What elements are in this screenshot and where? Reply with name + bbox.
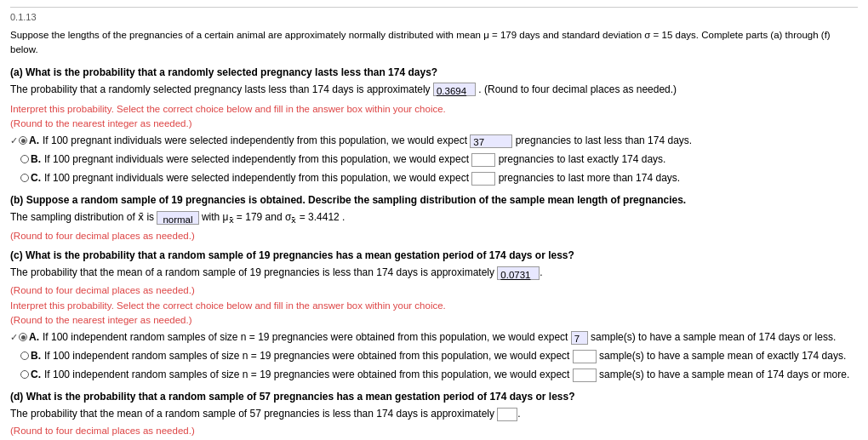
part-a-answer-box[interactable]: 0.3694 xyxy=(433,83,476,96)
top-ref: 0.1.13 xyxy=(10,12,37,22)
option-ca-label: A. xyxy=(29,329,39,345)
part-c-interpret-instruction: Interpret this probability. Select the c… xyxy=(10,298,858,313)
part-b: (b) Suppose a random sample of 19 pregna… xyxy=(10,194,858,241)
sigma-subscript: x̄ xyxy=(291,215,296,225)
mu-subscript: x̄ xyxy=(229,215,234,225)
top-bar: 0.1.13 xyxy=(10,7,858,23)
part-a-interpret-instruction: Interpret this probability. Select the c… xyxy=(10,101,858,117)
part-a-option-b[interactable]: B. If 100 pregnant individuals were sele… xyxy=(10,151,858,167)
part-c-optC-box[interactable] xyxy=(573,369,597,382)
part-c: (c) What is the probability that a rando… xyxy=(10,249,858,382)
part-d-answer-box[interactable] xyxy=(497,408,517,421)
option-cc-label: C. xyxy=(31,367,41,382)
part-c-option-a[interactable]: ✓ A. If 100 independent random samples o… xyxy=(10,329,858,345)
part-d-question: (d) What is the probability that a rando… xyxy=(10,391,858,403)
radio-b-icon[interactable] xyxy=(20,155,29,163)
option-c-text: If 100 pregnant individuals were selecte… xyxy=(44,170,680,186)
part-c-optB-box[interactable] xyxy=(573,350,597,363)
option-b-label: B. xyxy=(31,151,41,167)
part-c-option-c[interactable]: C. If 100 independent random samples of … xyxy=(10,367,858,382)
part-c-optA-box[interactable]: 7 xyxy=(571,331,588,345)
part-a-question: (a) What is the probability that a rando… xyxy=(10,66,858,78)
part-c-answer-line: The probability that the mean of a rando… xyxy=(10,265,858,281)
option-cc-text: If 100 independent random samples of siz… xyxy=(44,367,849,382)
option-cb-text: If 100 independent random samples of siz… xyxy=(44,348,846,363)
option-a-label: A. xyxy=(29,133,39,148)
part-c-answer-box[interactable]: 0.0731 xyxy=(497,266,540,280)
radio-ca-icon[interactable] xyxy=(19,333,27,341)
intro-text: Suppose the lengths of the pregnancies o… xyxy=(10,28,858,58)
part-a-round-note: (Round to the nearest integer as needed.… xyxy=(10,118,858,129)
part-d-answer-line: The probability that the mean of a rando… xyxy=(10,406,858,422)
part-a-optB-box[interactable] xyxy=(471,153,495,167)
part-a: (a) What is the probability that a rando… xyxy=(10,66,858,186)
radio-a-icon[interactable] xyxy=(19,136,27,145)
part-c-round-note: (Round to four decimal places as needed.… xyxy=(10,285,858,295)
part-c-round-note2: (Round to the nearest integer as needed.… xyxy=(10,315,858,325)
part-d-round-note: (Round to four decimal places as needed.… xyxy=(10,426,858,436)
part-b-round-note: (Round to four decimal places as needed.… xyxy=(10,231,858,241)
option-ca-text: If 100 independent random samples of siz… xyxy=(43,329,836,345)
option-a-text: If 100 pregnant individuals were selecte… xyxy=(43,133,692,148)
option-b-text: If 100 pregnant individuals were selecte… xyxy=(44,151,665,167)
part-a-option-a[interactable]: ✓ A. If 100 pregnant individuals were se… xyxy=(10,133,858,148)
radio-cc-icon[interactable] xyxy=(20,370,29,379)
part-a-option-c[interactable]: C. If 100 pregnant individuals were sele… xyxy=(10,170,858,186)
part-b-question: (b) Suppose a random sample of 19 pregna… xyxy=(10,194,858,206)
radio-cb-icon[interactable] xyxy=(20,351,29,360)
option-cb-label: B. xyxy=(31,348,41,363)
part-a-optC-box[interactable] xyxy=(471,172,495,186)
option-c-label: C. xyxy=(31,170,41,186)
part-c-option-b[interactable]: B. If 100 independent random samples of … xyxy=(10,348,858,363)
part-b-dist-box[interactable]: normal xyxy=(157,211,198,225)
part-a-optA-box[interactable]: 37 xyxy=(470,134,512,148)
checkmark-ca: ✓ xyxy=(10,330,18,345)
part-b-sampling-line: The sampling distribution of x̄ is norma… xyxy=(10,209,858,227)
radio-c-icon[interactable] xyxy=(20,174,29,182)
part-c-question: (c) What is the probability that a rando… xyxy=(10,249,858,261)
part-d: (d) What is the probability that a rando… xyxy=(10,391,858,436)
part-a-answer-line: The probability that a randomly selected… xyxy=(10,82,858,98)
checkmark-a: ✓ xyxy=(10,134,18,148)
